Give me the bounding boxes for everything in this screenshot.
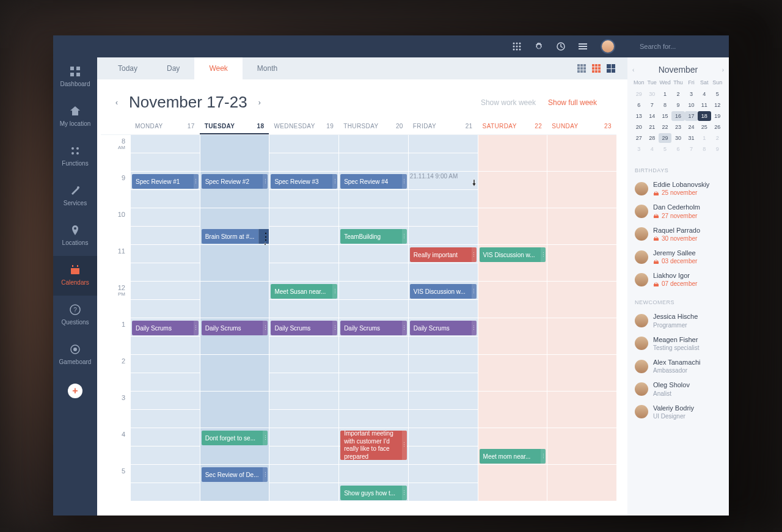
newcomer-person[interactable]: Meagen FisherTesting specialist xyxy=(627,332,729,355)
mini-day[interactable]: 5 xyxy=(711,89,724,99)
calendar-cell[interactable] xyxy=(547,465,616,501)
apps-icon[interactable] xyxy=(513,42,521,51)
mini-day[interactable]: 17 xyxy=(685,111,698,121)
calendar-cell[interactable] xyxy=(200,392,269,428)
mini-day[interactable]: 30 xyxy=(645,89,658,99)
calendar-cell[interactable] xyxy=(547,135,616,172)
event[interactable]: Really important xyxy=(410,247,477,262)
calendar-cell[interactable] xyxy=(408,355,478,392)
calendar-cell[interactable]: Sec Review of De... xyxy=(200,465,269,501)
calendar-cell[interactable] xyxy=(130,245,200,282)
newcomer-person[interactable]: Oleg SholovAnalist xyxy=(627,377,729,400)
mini-day[interactable]: 23 xyxy=(671,122,684,132)
calendar-cell[interactable] xyxy=(269,245,338,282)
event[interactable]: Meet Susan near... xyxy=(271,284,337,299)
calendar-cell[interactable] xyxy=(130,392,200,428)
sidebar-item-calendars[interactable]: Calendars xyxy=(53,256,97,296)
event[interactable]: Spec Review #1 xyxy=(132,174,199,189)
mini-day[interactable]: 30 xyxy=(671,133,684,143)
calendar-cell[interactable] xyxy=(408,135,478,172)
calendar-cell[interactable] xyxy=(269,392,338,428)
calendar-cell[interactable]: 21.11.14 9:00 AM xyxy=(408,172,478,208)
mini-day[interactable]: 26 xyxy=(711,122,724,132)
calendar-cell[interactable] xyxy=(269,355,338,392)
mini-day[interactable]: 3 xyxy=(685,89,698,99)
calendar-cell[interactable] xyxy=(130,135,200,172)
mini-day[interactable]: 9 xyxy=(671,100,684,110)
calendar-cell[interactable]: Daily Scrums xyxy=(200,318,269,355)
calendar-cell[interactable]: Meet mom near... xyxy=(478,428,547,465)
tab-today[interactable]: Today xyxy=(103,57,152,79)
calendar-cell[interactable] xyxy=(130,465,200,501)
calendar-cell[interactable]: Daily Scrums xyxy=(408,318,478,355)
event[interactable]: TeamBuilding xyxy=(340,229,407,244)
calendar-cell[interactable] xyxy=(338,282,408,318)
day-header[interactable]: THURSDAY20 xyxy=(338,118,408,134)
calendar-cell[interactable]: VIS Discussion w... xyxy=(478,245,547,282)
calendar-cell[interactable] xyxy=(478,355,547,392)
newcomer-person[interactable]: Alex TanamachiAmbassador xyxy=(627,355,729,377)
calendar-cell[interactable]: Important meeting with customer I'd real… xyxy=(338,428,408,465)
mini-day[interactable]: 16 xyxy=(671,111,684,121)
calendar-cell[interactable] xyxy=(547,318,616,355)
calendar-cell[interactable] xyxy=(547,208,616,245)
day-header[interactable]: SATURDAY22 xyxy=(478,118,547,134)
tab-week[interactable]: Week xyxy=(194,57,242,79)
calendar-cell[interactable] xyxy=(200,355,269,392)
mini-day[interactable]: 1 xyxy=(698,133,711,143)
calendar-cell[interactable]: Spec Review #4 xyxy=(338,172,408,208)
event[interactable]: Dont forget to se... xyxy=(202,431,268,445)
mini-day[interactable]: 2 xyxy=(711,133,724,143)
mini-day[interactable]: 8 xyxy=(659,100,671,110)
event[interactable]: Important meeting with customer I'd real… xyxy=(340,431,407,460)
menu-icon[interactable] xyxy=(579,42,587,51)
calendar-cell[interactable]: Show guys how t... xyxy=(338,465,408,501)
mini-day[interactable]: 1 xyxy=(659,89,671,99)
event-handle-icon[interactable] xyxy=(194,174,199,189)
mini-day[interactable]: 10 xyxy=(685,100,698,110)
mini-day[interactable]: 27 xyxy=(632,133,645,143)
event-handle-icon[interactable] xyxy=(541,449,546,464)
mini-day[interactable]: 5 xyxy=(659,144,671,154)
mini-day[interactable]: 6 xyxy=(671,144,684,154)
mini-day[interactable]: 18 xyxy=(698,111,711,121)
mini-day[interactable]: 12 xyxy=(711,100,724,110)
calendar-cell[interactable] xyxy=(478,135,547,172)
event[interactable]: Daily Scrums xyxy=(410,321,477,335)
event-handle-icon[interactable] xyxy=(402,229,407,244)
day-header[interactable]: WEDNESDAY19 xyxy=(269,118,338,134)
event[interactable]: Daily Scrums xyxy=(202,321,268,335)
calendar-cell[interactable]: Spec Review #3 xyxy=(269,172,338,208)
sidebar-item-functions[interactable]: Functions xyxy=(53,137,97,177)
event-handle-icon[interactable] xyxy=(263,467,268,482)
mini-day[interactable]: 4 xyxy=(645,144,658,154)
calendar-cell[interactable] xyxy=(408,208,478,245)
event-handle-icon[interactable] xyxy=(402,174,407,189)
calendar-cell[interactable] xyxy=(547,282,616,318)
sidebar-item-gameboard[interactable]: Gameboard xyxy=(53,335,97,375)
mini-prev-month[interactable]: ‹ xyxy=(632,67,634,73)
event-handle-icon[interactable] xyxy=(402,486,407,500)
mini-day[interactable]: 8 xyxy=(698,144,711,154)
mini-day[interactable]: 4 xyxy=(698,89,711,99)
calendar-cell[interactable] xyxy=(130,355,200,392)
event-handle-icon[interactable] xyxy=(472,247,477,262)
next-week-button[interactable]: › xyxy=(254,98,266,107)
mini-day[interactable]: 3 xyxy=(632,144,645,154)
mini-day[interactable]: 28 xyxy=(645,133,658,143)
calendar-cell[interactable]: Spec Review #1 xyxy=(130,172,200,208)
calendar-cell[interactable] xyxy=(547,355,616,392)
user-avatar[interactable] xyxy=(601,39,615,54)
sidebar-add-button[interactable]: + xyxy=(68,384,82,398)
mini-day[interactable]: 15 xyxy=(659,111,671,121)
mini-day[interactable]: 21 xyxy=(645,122,658,132)
event[interactable]: Daily Scrums xyxy=(271,321,337,335)
calendar-cell[interactable] xyxy=(478,208,547,245)
calendar-cell[interactable] xyxy=(269,465,338,501)
calendar-cell[interactable] xyxy=(200,245,269,282)
event-handle-icon[interactable] xyxy=(263,174,268,189)
sidebar-item-mylocation[interactable]: My location xyxy=(53,97,97,137)
mini-day[interactable]: 20 xyxy=(632,122,645,132)
birthday-person[interactable]: Liakhov Igor07 december xyxy=(627,268,729,291)
birthday-person[interactable]: Raquel Parrado30 november xyxy=(627,223,729,246)
